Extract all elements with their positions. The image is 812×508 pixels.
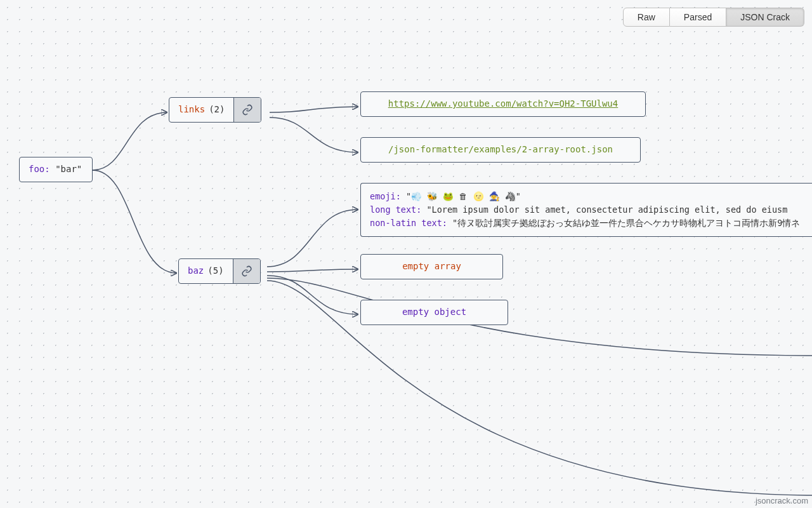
baz-label: baz [188, 265, 204, 277]
empty-object-label: empty object [361, 300, 508, 324]
tab-jsoncrack[interactable]: JSON Crack [726, 8, 804, 27]
link-icon [242, 104, 253, 116]
baz-expand-handle[interactable] [233, 259, 260, 283]
emoji-value: "💨 🐝 🐸 🗑 🌝 🧙 🦓" [406, 191, 521, 201]
empty-array-label: empty array [361, 255, 502, 279]
nonlatin-value: "待ヌ歌討属実チ拠総ぼおっ女結ゆ並一件た県合ヘケカサ時物札アヨトコ両情ホ新9情ネ [452, 218, 800, 228]
link-icon [241, 265, 252, 277]
emoji-key: emoji: [370, 191, 401, 201]
nonlatin-key: non-latin text: [370, 218, 447, 228]
graph-canvas[interactable]: Raw Parsed JSON Crack foo: "bar" [0, 0, 812, 508]
tab-parsed[interactable]: Parsed [670, 8, 726, 27]
links-count: (2) [209, 104, 225, 116]
root-key: foo: [29, 164, 50, 174]
brand-link[interactable]: jsoncrack.com [756, 496, 808, 505]
url1-link[interactable]: https://www.youtube.com/watch?v=QH2-TGUl… [388, 98, 618, 109]
node-url2[interactable]: /json-formatter/examples/2-array-root.js… [360, 137, 641, 163]
node-empty-array[interactable]: empty array [360, 254, 503, 279]
baz-count: (5) [207, 265, 223, 277]
links-expand-handle[interactable] [233, 98, 261, 122]
node-empty-object[interactable]: empty object [360, 300, 508, 325]
node-textblock[interactable]: emoji: "💨 🐝 🐸 🗑 🌝 🧙 🦓" long text: "Lorem… [360, 183, 812, 237]
longtext-value: "Lorem ipsum dolor sit amet, consectetur… [426, 204, 787, 215]
longtext-key: long text: [370, 204, 421, 215]
root-value: "bar" [55, 164, 82, 174]
node-baz[interactable]: baz (5) [178, 258, 261, 284]
url2-text: /json-formatter/examples/2-array-root.js… [361, 138, 640, 162]
tab-raw[interactable]: Raw [623, 8, 670, 27]
node-links[interactable]: links (2) [169, 97, 261, 123]
node-url1[interactable]: https://www.youtube.com/watch?v=QH2-TGUl… [360, 91, 646, 117]
view-mode-tabs: Raw Parsed JSON Crack [623, 8, 804, 27]
links-label: links [178, 104, 205, 116]
node-root[interactable]: foo: "bar" [19, 157, 93, 182]
